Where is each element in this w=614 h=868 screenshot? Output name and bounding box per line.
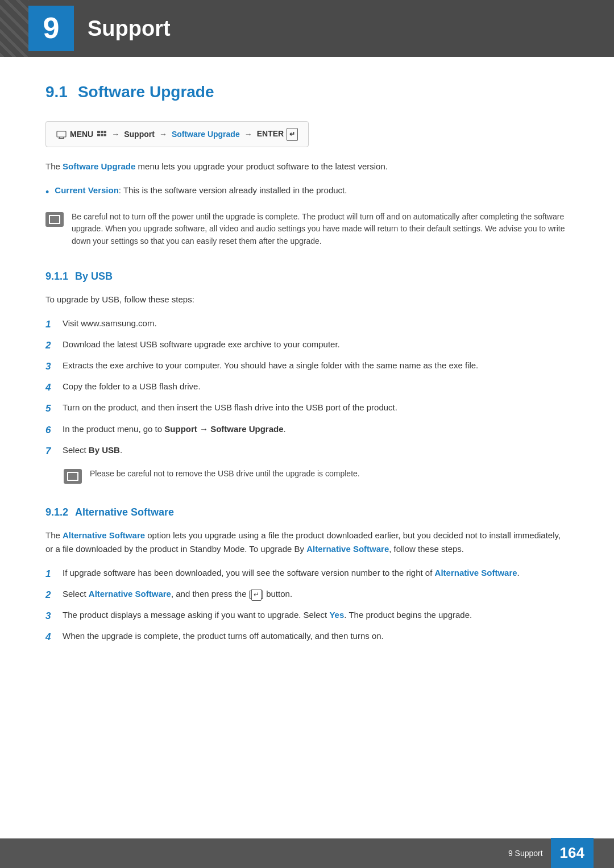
tv-icon xyxy=(56,130,67,139)
list-item: 4 Copy the folder to a USB flash drive. xyxy=(45,380,569,395)
bullet-text: Current Version: This is the software ve… xyxy=(55,184,347,197)
chapter-title: Support xyxy=(88,11,171,46)
note-icon-1 xyxy=(45,212,64,227)
svg-rect-9 xyxy=(104,134,106,136)
note-text-1: Be careful not to turn off the power unt… xyxy=(72,211,569,248)
nav-menu: MENU xyxy=(70,128,93,140)
list-item: 3 The product displays a message asking … xyxy=(45,608,569,624)
list-item: 3 Extracts the exe archive to your compu… xyxy=(45,359,569,374)
main-content: 9.1 Software Upgrade MENU → xyxy=(0,57,614,687)
usb-steps-list: 1 Visit www.samsung.com. 2 Download the … xyxy=(45,317,569,459)
alt-software-bold-1: Alternative Software xyxy=(63,530,145,540)
section-912-title: 9.1.2 Alternative Software xyxy=(45,504,569,521)
alt-software-step1: Alternative Software xyxy=(435,568,517,578)
list-item: 1 Visit www.samsung.com. xyxy=(45,317,569,332)
svg-rect-5 xyxy=(101,131,103,133)
footer-page: 164 xyxy=(551,838,594,868)
bullet-dot: • xyxy=(45,184,49,201)
chapter-header: 9 Support xyxy=(0,0,614,57)
list-item: 4 When the upgrade is complete, the prod… xyxy=(45,629,569,645)
svg-rect-6 xyxy=(104,131,106,133)
menu-icon xyxy=(56,130,67,139)
list-item: 7 Select By USB. xyxy=(45,443,569,459)
nav-software-upgrade: Software Upgrade xyxy=(172,128,240,140)
nav-enter: ENTER ↵ xyxy=(257,127,298,141)
yes-bold: Yes xyxy=(329,610,344,620)
note-box-2: Please be careful not to remove the USB … xyxy=(64,468,569,484)
list-item: • Current Version: This is the software … xyxy=(45,184,569,201)
nav-arrow-1: → xyxy=(111,128,119,140)
chapter-number: 9 xyxy=(28,6,74,51)
note-icon-2 xyxy=(64,469,82,484)
footer: 9 Support 164 xyxy=(0,838,614,868)
footer-text: 9 Support xyxy=(508,847,543,859)
svg-rect-4 xyxy=(97,131,100,133)
svg-rect-7 xyxy=(97,134,100,136)
list-item: 2 Select Alternative Software, and then … xyxy=(45,587,569,603)
list-item: 2 Download the latest USB software upgra… xyxy=(45,338,569,353)
section-91-title: 9.1 Software Upgrade xyxy=(45,80,569,105)
software-upgrade-bold: Software Upgrade xyxy=(63,161,135,171)
svg-rect-0 xyxy=(57,131,66,137)
svg-rect-8 xyxy=(101,134,103,136)
alt-steps-list: 1 If upgrade software has been downloade… xyxy=(45,566,569,645)
note-text-2: Please be careful not to remove the USB … xyxy=(90,468,360,480)
section-911-intro: To upgrade by USB, follow these steps: xyxy=(45,293,569,306)
list-item: 6 In the product menu, go to Support → S… xyxy=(45,422,569,438)
note-box-1: Be careful not to turn off the power unt… xyxy=(45,211,569,248)
section-91-desc: The Software Upgrade menu lets you upgra… xyxy=(45,160,569,173)
nav-arrow-3: → xyxy=(244,128,252,140)
nav-path: MENU → Support → Software Upgrade → ENTE… xyxy=(45,121,309,147)
section-911-title: 9.1.1 By USB xyxy=(45,268,569,285)
section-912-desc: The Alternative Software option lets you… xyxy=(45,529,569,556)
enter-icon: ↵ xyxy=(287,128,298,141)
bullet-list: • Current Version: This is the software … xyxy=(45,184,569,201)
list-item: 5 Turn on the product, and then insert t… xyxy=(45,401,569,416)
alt-software-bold-2: Alternative Software xyxy=(306,544,389,554)
alt-software-step2: Alternative Software xyxy=(89,589,171,599)
nav-arrow-2: → xyxy=(159,128,167,140)
nav-support: Support xyxy=(124,128,155,140)
grid-icon xyxy=(97,130,107,138)
enter-icon-inline: ↵ xyxy=(251,589,262,601)
list-item: 1 If upgrade software has been downloade… xyxy=(45,566,569,582)
